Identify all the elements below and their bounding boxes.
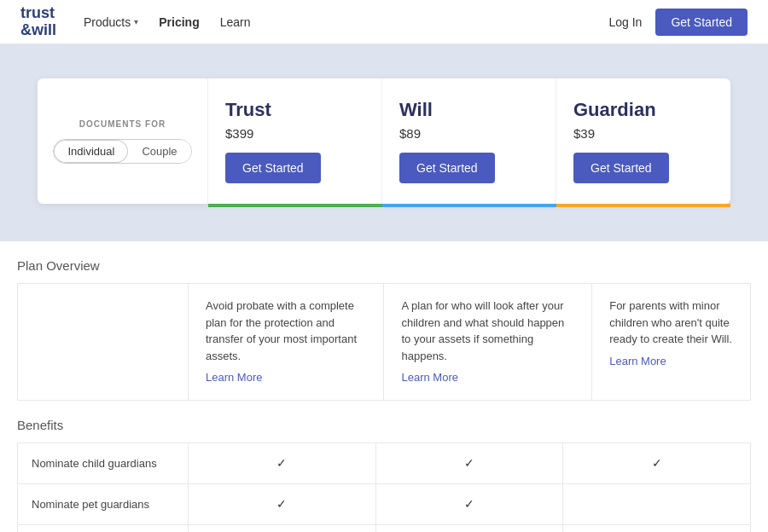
benefit-trust-2: ✓ — [189, 524, 376, 532]
trust-bar — [208, 204, 382, 207]
individual-toggle[interactable]: Individual — [54, 140, 128, 163]
table-row: Nominate child guardians ✓ ✓ ✓ — [18, 442, 751, 483]
will-overview-text: A plan for who will look after your chil… — [401, 299, 564, 362]
documents-for-label: DOCUMENTS FOR — [79, 119, 166, 129]
guardian-overview-text: For parents with minor children who aren… — [609, 299, 732, 345]
nav-pricing[interactable]: Pricing — [159, 15, 199, 29]
trust-plan-cell: Trust $399 Get Started — [208, 78, 382, 204]
will-plan-price: $89 — [399, 126, 538, 141]
login-button[interactable]: Log In — [608, 15, 642, 29]
plan-overview-header: Plan Overview — [17, 241, 751, 283]
benefit-label-2: Decide who will handle your affairs — [18, 524, 189, 532]
will-bar — [382, 204, 556, 207]
trust-overview-text: Avoid probate with a complete plan for t… — [206, 299, 357, 362]
benefit-will-0: ✓ — [375, 442, 563, 483]
guardian-learn-more-link[interactable]: Learn More — [609, 353, 666, 370]
benefit-guardian-0: ✓ — [563, 442, 751, 483]
benefit-will-1: ✓ — [375, 483, 563, 524]
nav-learn[interactable]: Learn — [220, 15, 251, 29]
documents-for-cell: DOCUMENTS FOR Individual Couple — [38, 78, 208, 204]
colored-bars — [38, 204, 730, 207]
nav-links: Products ▾ Pricing Learn — [84, 15, 608, 29]
trust-learn-more-link[interactable]: Learn More — [206, 369, 262, 386]
nav-products[interactable]: Products ▾ — [84, 15, 138, 29]
benefit-trust-0: ✓ — [189, 442, 376, 483]
plan-overview-table: Avoid probate with a complete plan for t… — [17, 283, 751, 401]
trust-get-started-button[interactable]: Get Started — [225, 153, 321, 183]
nav-actions: Log In Get Started — [608, 9, 748, 36]
will-get-started-button[interactable]: Get Started — [399, 153, 495, 183]
pricing-card: DOCUMENTS FOR Individual Couple Trust $3… — [38, 78, 730, 204]
benefits-table: Nominate child guardians ✓ ✓ ✓ Nominate … — [17, 442, 751, 533]
benefit-guardian-2 — [563, 524, 751, 532]
couple-toggle[interactable]: Couple — [128, 140, 190, 163]
benefit-trust-1: ✓ — [189, 483, 376, 524]
trust-plan-name: Trust — [225, 99, 364, 121]
chevron-down-icon: ▾ — [134, 17, 138, 26]
navbar: trust &will Products ▾ Pricing Learn Log… — [0, 0, 768, 44]
plan-overview-empty-cell — [18, 284, 189, 401]
benefit-guardian-1 — [563, 483, 751, 524]
logo-line2: &will — [20, 22, 56, 39]
table-row: Nominate pet guardians ✓ ✓ — [18, 483, 751, 524]
will-overview-cell: A plan for who will look after your chil… — [384, 284, 592, 401]
bar-empty — [38, 204, 208, 207]
hero-content: DOCUMENTS FOR Individual Couple Trust $3… — [20, 78, 748, 207]
guardian-plan-price: $39 — [573, 126, 713, 141]
main-content: Plan Overview Avoid probate with a compl… — [17, 241, 751, 532]
benefit-label-0: Nominate child guardians — [18, 442, 189, 483]
guardian-plan-cell: Guardian $39 Get Started — [556, 78, 730, 204]
will-plan-name: Will — [399, 99, 538, 121]
page-wrapper: DOCUMENTS FOR Individual Couple Trust $3… — [0, 44, 768, 532]
hero-background: DOCUMENTS FOR Individual Couple Trust $3… — [0, 44, 768, 241]
guardian-plan-name: Guardian — [573, 99, 713, 121]
nav-get-started-button[interactable]: Get Started — [655, 9, 748, 36]
plan-overview-row: Avoid probate with a complete plan for t… — [18, 284, 751, 401]
logo[interactable]: trust &will — [20, 5, 56, 39]
trust-overview-cell: Avoid probate with a complete plan for t… — [189, 284, 384, 401]
table-row: Decide who will handle your affairs ✓ ✓ — [18, 524, 751, 532]
individual-couple-toggle: Individual Couple — [53, 139, 191, 164]
will-plan-cell: Will $89 Get Started — [382, 78, 556, 204]
guardian-get-started-button[interactable]: Get Started — [573, 153, 669, 183]
benefit-will-2: ✓ — [375, 524, 563, 532]
guardian-overview-cell: For parents with minor children who aren… — [592, 284, 751, 401]
benefits-header: Benefits — [17, 401, 751, 442]
trust-plan-price: $399 — [225, 126, 364, 141]
logo-line1: trust — [20, 5, 56, 22]
benefit-label-1: Nominate pet guardians — [18, 483, 189, 524]
guardian-bar — [556, 204, 730, 207]
will-learn-more-link[interactable]: Learn More — [401, 369, 457, 386]
